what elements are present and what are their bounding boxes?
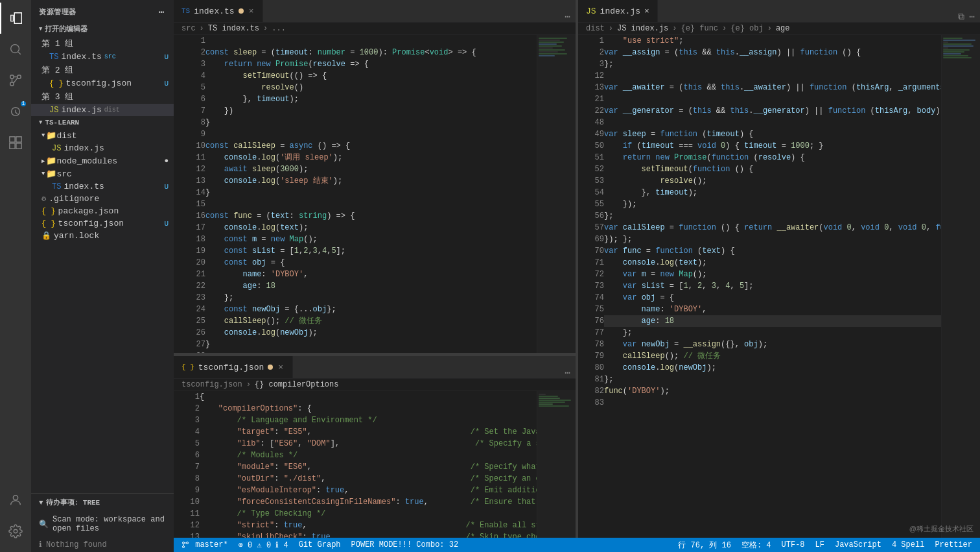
table-row: 11 /* Type Checking */ <box>174 508 537 520</box>
language-item[interactable]: JavaScript <box>832 540 884 549</box>
dist-folder[interactable]: ▼ 📁 dist <box>31 129 174 142</box>
table-row: 53 resolve(); <box>578 175 941 187</box>
tab-close-btn[interactable]: × <box>248 5 255 18</box>
left-minimap <box>537 35 576 353</box>
minimap-line <box>943 51 964 53</box>
src-ts-icon: TS <box>52 182 61 191</box>
open-editors-section[interactable]: ▼ 打开的编辑器 <box>31 21 174 36</box>
tab-actions: ⋯ <box>560 11 576 22</box>
yarn-lock-label: yarn.lock <box>54 231 99 241</box>
right-code-table: 1 "use strict"; 2var __assign = (this &&… <box>578 35 941 409</box>
right-more-actions-icon[interactable]: ⋯ <box>970 11 975 22</box>
tsconfig-json-file[interactable]: { } tsconfig.json U <box>31 217 174 230</box>
more-actions-icon[interactable]: ⋯ <box>565 11 570 22</box>
right-minimap <box>941 35 980 538</box>
left-code-area[interactable]: 1 2const sleep = (timeout: number = 1000… <box>174 35 537 353</box>
minimap-line <box>539 40 560 41</box>
branch-item[interactable]: master* <box>179 540 231 549</box>
search-icon[interactable] <box>0 34 31 65</box>
open-file-tsconfig[interactable]: { } tsconfig.json U <box>31 77 174 90</box>
account-icon[interactable] <box>0 485 31 516</box>
extensions-icon[interactable] <box>0 127 31 158</box>
breadcrumb-dots: ... <box>272 24 286 33</box>
table-row: 83 <box>578 397 941 409</box>
tab-tsconfig[interactable]: { } tsconfig.json × <box>174 356 293 378</box>
ts-learn-arrow: ▼ <box>39 119 42 126</box>
node-modules-folder[interactable]: ▶ 📁 node_modules ● <box>31 154 174 167</box>
package-json-file[interactable]: { } package.json <box>31 205 174 217</box>
right-sep1: › <box>609 24 613 33</box>
open-file-index-js-dist[interactable]: JS index.js dist <box>31 104 174 116</box>
dist-index-js[interactable]: JS index.js <box>31 142 174 154</box>
activity-bar: 1 <box>0 0 31 552</box>
tab-modified-dot <box>239 8 244 14</box>
right-code-area[interactable]: 1 "use strict"; 2var __assign = (this &&… <box>578 35 941 538</box>
bottom-more-actions-icon[interactable]: ⋯ <box>565 367 570 378</box>
formatter-item[interactable]: Prettier <box>932 540 975 549</box>
tab-index-js[interactable]: JS index.js × <box>578 0 658 22</box>
table-row: 28 <box>174 350 537 353</box>
bottom-code-table: 1{ 2 "compilerOptions": { 3 /* Language … <box>174 391 537 538</box>
tsconfig-modified: U <box>164 220 169 228</box>
breadcrumb-age: age <box>776 24 790 33</box>
explorer-title: 资源管理器 <box>39 7 76 17</box>
minimap-line <box>943 49 970 51</box>
new-file-icon[interactable]: ⋯ <box>158 5 166 19</box>
errors-item[interactable]: ⊗ 0 ⚠ 0 ℹ 4 <box>236 540 291 550</box>
table-row: 54 }, timeout); <box>578 187 941 198</box>
ts-learn-section[interactable]: ▼ TS-LEARN <box>31 116 174 129</box>
left-code-container: 1 2const sleep = (timeout: number = 1000… <box>174 35 576 353</box>
right-editor: JS index.js × ⧉ ⋯ dist › JS index.js › <box>578 0 980 538</box>
position-item[interactable]: 行 76, 列 16 <box>675 540 734 551</box>
explorer-icon[interactable] <box>0 3 31 34</box>
table-row: 14} <box>174 187 537 198</box>
src-index-ts-label: index.ts <box>64 182 104 191</box>
git-graph-item[interactable]: Git Graph <box>296 540 344 549</box>
svg-point-2 <box>10 75 14 79</box>
svg-point-1 <box>10 82 14 86</box>
spaces-item[interactable]: 空格: 4 <box>739 540 774 551</box>
table-row: 78 var newObj = __assign({}, obj); <box>578 339 941 350</box>
line-ending-item[interactable]: LF <box>813 540 827 549</box>
tsconfig-label: tsconfig.json <box>58 219 124 228</box>
minimap-line <box>943 57 972 58</box>
table-row: 17 console.log(text); <box>174 222 537 234</box>
tab-index-ts[interactable]: TS index.ts × <box>174 0 263 22</box>
tab-tsconfig-close[interactable]: × <box>277 361 285 374</box>
debug-icon[interactable]: 1 <box>0 96 31 127</box>
minimap-line <box>539 398 560 399</box>
minimap-line <box>539 402 565 403</box>
minimap-line <box>539 394 546 395</box>
bottom-code-area[interactable]: 1{ 2 "compilerOptions": { 3 /* Language … <box>174 391 537 538</box>
group3-label: 第 3 组 <box>31 90 174 104</box>
encoding-item[interactable]: UTF-8 <box>779 540 808 549</box>
table-row: 23 }; <box>174 292 537 304</box>
waiting-section: ▼ 待办事项: TREE 🔍 Scan mode: workspace and … <box>31 493 174 552</box>
table-row: 2 "compilerOptions": { <box>174 403 537 414</box>
breadcrumb-obj: {e} obj <box>730 24 763 33</box>
table-row: 6 }, timeout); <box>174 93 537 105</box>
table-row: 18 const m = new Map(); <box>174 234 537 245</box>
node-modules-badge: ● <box>164 157 169 165</box>
svg-point-0 <box>11 45 19 53</box>
open-file-index-ts[interactable]: TS index.ts src U <box>31 51 174 63</box>
settings-icon[interactable] <box>0 516 31 547</box>
tab-index-js-close[interactable]: × <box>644 6 649 16</box>
modified-u: U <box>164 53 169 61</box>
source-control-icon[interactable] <box>0 65 31 96</box>
tab-tsconfig-label: tsconfig.json <box>198 363 264 372</box>
yarn-lock-file[interactable]: 🔒 yarn.lock <box>31 230 174 242</box>
table-row: 7 "module": "ES6", /* Specify what modul… <box>174 461 537 473</box>
src-folder[interactable]: ▼ 📁 src <box>31 167 174 180</box>
split-editor-icon[interactable]: ⧉ <box>958 12 964 22</box>
spell-item[interactable]: 4 Spell <box>889 540 927 549</box>
nothing-found-label: Nothing found <box>46 540 107 549</box>
file-src-label: src <box>102 53 116 60</box>
bottom-breadcrumb: tsconfig.json › {} compilerOptions <box>174 379 576 391</box>
open-editors-arrow: ▼ <box>39 26 42 32</box>
src-index-ts[interactable]: TS index.ts U <box>31 180 174 193</box>
table-row: 10const callSleep = async () => { <box>174 140 537 152</box>
gitignore-file[interactable]: ⚙ .gitignore <box>31 193 174 205</box>
table-row: 22var __generator = (this && this.__gene… <box>578 105 941 117</box>
right-code-container: 1 "use strict"; 2var __assign = (this &&… <box>578 35 980 538</box>
